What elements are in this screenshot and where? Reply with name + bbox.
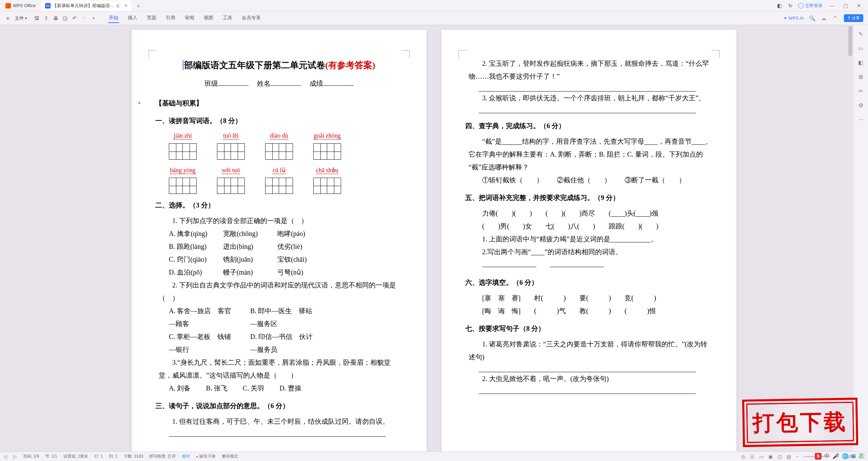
q2-1-c: C. 窍门(qiào)镌刻(juān)宝钗(chāi)	[169, 253, 403, 266]
outline-view-icon[interactable]: ▤	[787, 454, 791, 459]
menu-icon[interactable]: ≡	[5, 15, 11, 21]
tab-insert[interactable]: 插入	[127, 14, 138, 23]
sidebar-toggle-icon[interactable]: ◧	[776, 3, 783, 9]
read-mode-icon[interactable]: ▣	[768, 454, 773, 459]
template-icon[interactable]: ⊞	[857, 73, 864, 80]
tab-member[interactable]: 会员专享	[241, 14, 261, 23]
ribbon: ≡ 文件 ▾ 🖫 ⇪ 🖶 ◲ ↶ ↷ ▾ 开始 插入 页面 引用 审阅 视图 工…	[0, 12, 868, 25]
more-icon[interactable]: ⋯	[857, 116, 864, 123]
target-icon[interactable]: ◎	[741, 454, 745, 459]
status-proof[interactable]: 校对	[182, 454, 190, 459]
q2-1: 1. 下列加点字的读音全部正确的一项是（ ）	[159, 214, 403, 227]
question-5: 五、把词语补充完整，并按要求完成练习。（9 分）	[465, 191, 713, 204]
minimize-button[interactable]: —	[827, 3, 836, 8]
print-preview-icon[interactable]: ◲	[62, 15, 68, 21]
print-icon[interactable]: 🖶	[53, 15, 59, 21]
download-stamp[interactable]: 打包下载	[742, 398, 858, 447]
margin-corner-icon	[401, 50, 410, 58]
web-layout-icon[interactable]: ◫	[777, 454, 782, 459]
question-4: 四、查字典，完成练习。（6 分）	[465, 119, 713, 132]
answer-blank	[169, 430, 386, 437]
question-6: 六、选字填空。（6 分）	[465, 276, 713, 289]
margin-corner-icon	[149, 50, 157, 58]
share-button[interactable]: ⇮ 分享	[844, 14, 863, 22]
outline-handle-icon[interactable]: ▸	[138, 98, 145, 104]
q4-text: “截”是______结构的字，用音序查字法，先查大写字母____，再查音节___…	[469, 135, 713, 174]
q7-1: 1. 诸葛亮对鲁肃说：“三天之内要造十万支箭，得请你帮帮我的忙。”(改为转述句)	[469, 338, 713, 363]
undo-icon[interactable]: ↶	[72, 15, 78, 21]
zoom-out-icon[interactable]: −	[796, 454, 798, 459]
answer-blank	[479, 388, 696, 394]
tray-app-icon[interactable]: S	[815, 453, 822, 460]
info-line: 班级 姓名 成绩	[155, 77, 403, 90]
wps-icon	[5, 3, 11, 8]
select-icon[interactable]: ▭	[857, 45, 864, 52]
vertical-scrollbar[interactable]	[848, 25, 853, 452]
app-logo[interactable]: WPS Office	[2, 3, 39, 8]
q5-line2: ( )男( )女 七( )八( ) 踉踉( )( )	[469, 220, 713, 233]
statusbar: ◁ ▷ 页码: 1/9 节: 1/1 设置值: 2厘米 行: 1 列: 1 字数…	[0, 452, 868, 461]
tab-review[interactable]: 审阅	[184, 14, 195, 23]
tab-page[interactable]: 页面	[146, 14, 157, 23]
status-col: 列: 1	[109, 454, 117, 459]
tray-mic-icon[interactable]: 🎤	[832, 453, 839, 459]
q5-2: 2.写出两个与画“____”的词语结构相同的词语。	[469, 245, 713, 258]
page-layout-icon[interactable]: ▭	[759, 454, 764, 459]
p2-line1: 2. 宝玉听了，登时发作起痴狂病来，摘下那玉，就狠命摔去，骂道：“什么罕物……我…	[469, 57, 713, 83]
scrollbar-thumb[interactable]	[848, 26, 852, 56]
clip-icon[interactable]: ✂	[857, 87, 864, 94]
nav-next-icon[interactable]: ▷	[13, 454, 17, 459]
tray-util-icon[interactable]: 器	[859, 453, 864, 460]
q3-1: 1. 但有过往客商，可于巳、午、未三个时辰，结伙成队过冈。请勿自误。	[159, 415, 403, 428]
settings-icon[interactable]: ⚙	[857, 102, 864, 108]
nav-prev-icon[interactable]: ◁	[3, 454, 7, 459]
tab-reference[interactable]: 引用	[165, 14, 176, 23]
right-sidebar: ✎ ▭ ◧ ⊞ ✂ ⚙ ⋯	[853, 25, 868, 452]
tab-tools[interactable]: 工具	[222, 14, 233, 23]
wps-ai-button[interactable]: ✦ WPS AI	[784, 16, 804, 21]
q2-1-d: D. 血泊(pō)幔子(màn)弓弩(nǔ)	[169, 266, 403, 279]
question-3: 三、读句子，说说加点部分的意思。（6 分）	[155, 399, 403, 412]
export-icon[interactable]: ⇪	[43, 15, 49, 21]
tab-view[interactable]: 视图	[203, 14, 214, 23]
tab-start[interactable]: 开始	[108, 14, 119, 23]
redo-icon[interactable]: ↷	[81, 15, 87, 21]
close-tab-icon[interactable]: ✕	[124, 3, 128, 8]
tray-net-icon[interactable]: 🌐	[842, 453, 849, 459]
status-setting: 设置值: 2厘米	[63, 454, 88, 459]
cloud-sync-icon: ◐	[116, 3, 120, 8]
file-menu[interactable]: 文件 ▾	[13, 15, 29, 21]
status-page[interactable]: 页码: 1/9	[23, 454, 39, 459]
tray-tool-icon[interactable]: ⊞	[851, 453, 856, 459]
login-button[interactable]: 立即登录	[798, 3, 823, 9]
answer-blank	[479, 107, 696, 113]
maximize-button[interactable]: ▢	[841, 3, 850, 9]
tray-ime-icon[interactable]: 中	[824, 453, 830, 460]
edit-icon[interactable]: ✎	[857, 31, 864, 37]
view-mode-icon[interactable]: ☰	[750, 454, 754, 459]
add-tab-button[interactable]: ＋	[131, 2, 145, 10]
dropdown-icon[interactable]: ▾	[91, 15, 97, 21]
document-tab[interactable]: W 【新课标单元特训】部编版语… ◐ ✕	[42, 1, 131, 11]
search-icon[interactable]: 🔍	[809, 15, 815, 21]
margin-corner-icon	[711, 50, 719, 58]
status-compat: 兼容模式	[222, 454, 238, 459]
collapse-ribbon-icon[interactable]: ⌃	[832, 15, 839, 21]
system-tray: S 中 🎤 🌐 ⊞ 器	[815, 453, 864, 460]
close-window-button[interactable]: ✕	[855, 3, 863, 9]
q2-3: 3.“身长九尺，髯长二尺；面如重枣，唇若涂脂；丹凤眼，卧蚕眉；相貌堂堂，威风凛凛…	[159, 356, 403, 382]
history-icon[interactable]: ↻	[787, 3, 793, 9]
q2-3-opts: A. 刘备 B. 张飞 C. 关羽 D. 曹操	[169, 382, 403, 395]
q2-1-a: A. 擒拿(qíng)宽敞(chōng)咆哮(páo)	[169, 227, 403, 240]
cloud-icon[interactable]: ☁	[821, 15, 827, 21]
status-wordcount[interactable]: 字数: 3183	[124, 454, 143, 459]
question-1: 一、读拼音写词语。（8 分）	[155, 114, 403, 127]
save-icon[interactable]: 🖫	[34, 15, 40, 21]
p2-line2: 3. 众猴听说，即拱伏无违。一个个序齿排班，朝上礼拜，都称“千岁大王”。	[469, 92, 713, 104]
document-tab-label: 【新课标单元特训】部编版语…	[53, 3, 114, 9]
status-missing-font[interactable]: 缺失字体	[196, 454, 216, 459]
document-canvas[interactable]: ▸ 部编版语文五年级下册第二单元试卷(有参考答案) 班级 姓名 成绩 【基础与积…	[0, 25, 868, 452]
answer-blank	[479, 366, 696, 372]
layers-icon[interactable]: ◧	[857, 59, 864, 66]
status-spellcheck[interactable]: 拼写检查: 打开	[149, 454, 176, 459]
